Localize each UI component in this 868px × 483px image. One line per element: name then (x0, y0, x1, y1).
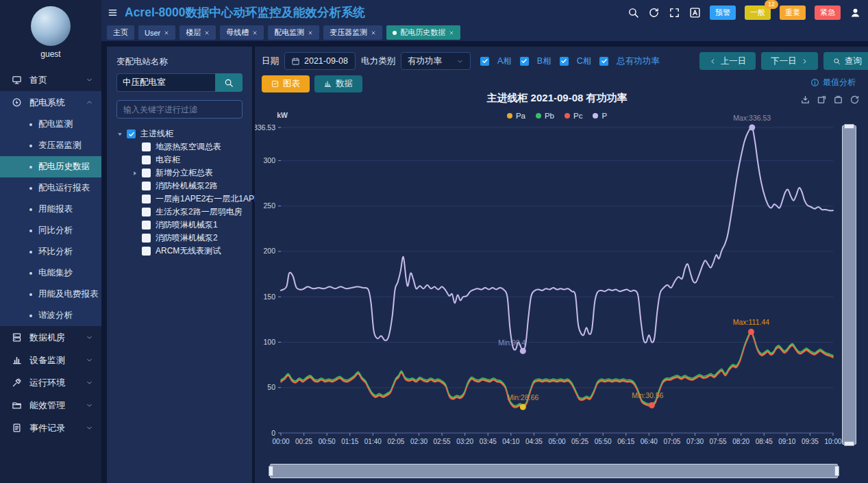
tree-node-新增分立柜总表[interactable]: 新增分立柜总表 (116, 166, 243, 179)
tab-变压器监测[interactable]: 变压器监测 (323, 25, 382, 40)
svg-text:07:30: 07:30 (686, 438, 704, 445)
sidebar-item-首页[interactable]: 首页 (0, 69, 101, 91)
sidebar-item-谐波分析[interactable]: 谐波分析 (0, 305, 101, 326)
sidebar-item-同比分析[interactable]: 同比分析 (0, 220, 101, 241)
tree-node-ARCM无线表测试[interactable]: ARCM无线表测试 (116, 245, 243, 258)
caret-right-icon[interactable] (132, 170, 138, 177)
close-icon[interactable] (308, 30, 313, 36)
sidebar-item-配电运行报表[interactable]: 配电运行报表 (0, 177, 101, 199)
menu-group: 设备监测 (0, 349, 101, 371)
checkbox[interactable] (142, 221, 151, 230)
checkbox-总有功功率[interactable]: 总有功功率 (599, 55, 660, 67)
chart-view-button[interactable]: 图表 (262, 75, 310, 92)
sidebar-item-配电历史数据[interactable]: 配电历史数据 (0, 156, 101, 177)
menu-toggle-icon[interactable] (107, 8, 119, 18)
next-day-button[interactable]: 下一日 (761, 52, 818, 70)
download-icon[interactable] (800, 95, 810, 105)
checkbox[interactable] (142, 208, 151, 216)
checkbox[interactable] (142, 234, 151, 243)
alarm-button-紧急[interactable]: 紧急 (815, 5, 841, 20)
app-root: guest 首页配电系统配电监测变压器监测配电历史数据配电运行报表用能报表同比分… (0, 0, 868, 483)
checkbox[interactable] (142, 182, 151, 190)
tab-User[interactable]: User (138, 25, 175, 40)
checkbox[interactable] (142, 143, 151, 151)
tree-filter-input[interactable] (116, 100, 243, 119)
tree-node-消防喷淋机械泵1[interactable]: 消防喷淋机械泵1 (116, 219, 243, 232)
legend-item-Pa[interactable]: Pa (507, 112, 525, 120)
legend-item-Pc[interactable]: Pc (565, 112, 582, 120)
alarm-button-一般[interactable]: 一般12 (745, 5, 771, 20)
restore-icon[interactable] (833, 95, 843, 105)
checkbox[interactable] (142, 195, 151, 203)
vertical-zoom-slider[interactable] (842, 125, 856, 445)
tree-node-消防喷淋机械泵2[interactable]: 消防喷淋机械泵2 (116, 232, 243, 245)
sidebar-item-变压器监测[interactable]: 变压器监测 (0, 135, 101, 156)
query-button[interactable]: 查询 (823, 52, 868, 70)
close-icon[interactable] (164, 30, 169, 36)
slider-handle[interactable] (834, 466, 839, 476)
sidebar-item-数据机房[interactable]: 数据机房 (0, 326, 101, 349)
tree-node-一层南1APE2右一层北1APE1左[interactable]: 一层南1APE2右一层北1APE1左 (116, 193, 243, 206)
date-picker[interactable]: 2021-09-08 (284, 52, 356, 70)
sidebar-item-环比分析[interactable]: 环比分析 (0, 241, 101, 262)
tab-楼层[interactable]: 楼层 (179, 25, 216, 40)
fullscreen-icon[interactable] (669, 7, 680, 18)
checkbox-A相[interactable]: A相 (480, 55, 512, 67)
max-analysis-link[interactable]: 最值分析 (810, 77, 856, 88)
tree-node-生活水泵2路一层弱电房[interactable]: 生活水泵2路一层弱电房 (116, 206, 243, 219)
prev-day-button[interactable]: 上一日 (699, 52, 756, 70)
power-type-select[interactable]: 有功功率 (401, 52, 471, 70)
tab-主页[interactable]: 主页 (107, 25, 134, 40)
tree-node-电容柜[interactable]: 电容柜 (116, 153, 243, 166)
checkbox-B相[interactable]: B相 (520, 55, 551, 67)
user-icon[interactable] (850, 7, 861, 18)
sidebar-item-用能及电费报表[interactable]: 用能及电费报表 (0, 284, 101, 305)
sidebar-item-配电监测[interactable]: 配电监测 (0, 114, 101, 135)
tree-node-消防栓机械泵2路[interactable]: 消防栓机械泵2路 (116, 179, 243, 193)
slider-handle[interactable] (844, 124, 854, 129)
slider-handle[interactable] (844, 441, 854, 446)
checkbox[interactable] (142, 169, 151, 177)
checkbox[interactable] (142, 247, 151, 256)
close-icon[interactable] (449, 30, 454, 36)
tab-配电历史数据[interactable]: 配电历史数据 (386, 25, 460, 40)
station-search-input[interactable] (116, 73, 215, 92)
tree-node-地源热泵空调总表[interactable]: 地源热泵空调总表 (116, 140, 243, 153)
caret-down-icon[interactable] (116, 131, 123, 138)
sidebar-item-事件记录[interactable]: 事件记录 (0, 417, 101, 439)
slider-handle[interactable] (269, 466, 273, 476)
zoom-select-icon[interactable] (817, 95, 827, 105)
refresh-icon[interactable] (648, 7, 660, 18)
tab-母线槽[interactable]: 母线槽 (220, 25, 264, 40)
close-icon[interactable] (252, 30, 258, 36)
tree-node-主进线柜[interactable]: 主进线柜 (116, 127, 243, 140)
checkbox[interactable] (142, 156, 151, 164)
power-type-value: 有功功率 (408, 55, 442, 67)
refresh-chart-icon[interactable] (850, 95, 860, 105)
close-icon[interactable] (371, 30, 376, 36)
legend-item-Pb[interactable]: Pb (536, 112, 554, 120)
data-view-button[interactable]: 数据 (314, 75, 362, 92)
station-search-button[interactable] (215, 73, 243, 92)
legend-dot-icon (565, 113, 570, 119)
sidebar-item-设备监测[interactable]: 设备监测 (0, 349, 101, 371)
translate-icon[interactable] (689, 7, 701, 18)
horizontal-zoom-slider[interactable] (270, 464, 838, 478)
chevron-down-icon (456, 58, 464, 65)
sidebar-item-能效管理[interactable]: 能效管理 (0, 394, 101, 417)
sidebar-item-运行环境[interactable]: 运行环境 (0, 371, 101, 394)
sidebar-item-配电系统[interactable]: 配电系统 (0, 91, 101, 114)
close-icon[interactable] (204, 30, 210, 36)
tab-配电监测[interactable]: 配电监测 (268, 25, 319, 40)
checkbox[interactable] (127, 129, 136, 138)
search-icon[interactable] (628, 7, 639, 18)
sidebar-item-电能集抄[interactable]: 电能集抄 (0, 262, 101, 284)
alarm-button-预警[interactable]: 预警 (710, 5, 736, 20)
avatar[interactable] (31, 6, 71, 46)
sidebar-item-用能报表[interactable]: 用能报表 (0, 199, 101, 220)
svg-text:02:30: 02:30 (410, 438, 427, 445)
checkbox-C相[interactable]: C相 (560, 55, 592, 67)
alarm-button-重要[interactable]: 重要 (780, 5, 806, 20)
power-type-label: 电力类别 (361, 55, 395, 67)
legend-item-P[interactable]: P (593, 112, 607, 120)
